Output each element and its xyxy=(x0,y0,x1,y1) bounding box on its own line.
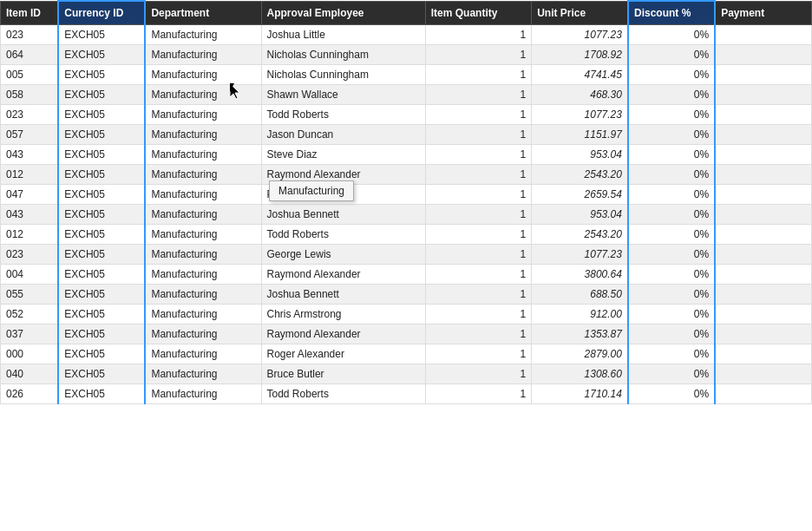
cell-payment xyxy=(715,205,811,225)
cell-discount: 0% xyxy=(628,225,715,245)
cell-payment xyxy=(715,145,811,165)
header-item-quantity[interactable]: Item Quantity xyxy=(425,1,531,25)
cell-item-id: 043 xyxy=(1,205,59,225)
cell-item-id: 005 xyxy=(1,65,59,85)
cell-discount: 0% xyxy=(628,384,715,404)
cell-approval-employee: Shawn Wallace xyxy=(261,85,425,105)
cell-currency-id: EXCH05 xyxy=(58,364,145,384)
cell-payment xyxy=(715,324,811,344)
cell-item-id: 052 xyxy=(1,305,59,324)
cell-unit-price: 2659.54 xyxy=(532,185,628,205)
cell-department: Manufacturing xyxy=(145,85,261,105)
cell-currency-id: EXCH05 xyxy=(58,305,145,324)
cell-item-id: 012 xyxy=(1,225,59,245)
cell-item-quantity: 1 xyxy=(425,324,531,344)
cell-item-id: 047 xyxy=(1,185,59,205)
cell-unit-price: 953.04 xyxy=(532,205,628,225)
cell-approval-employee: Jason Duncan xyxy=(261,125,425,145)
cell-payment xyxy=(715,245,811,265)
table-row: 026EXCH05ManufacturingTodd Roberts11710.… xyxy=(1,384,812,404)
cell-department: Manufacturing xyxy=(145,364,261,384)
cell-currency-id: EXCH05 xyxy=(58,145,145,165)
table-row: 043EXCH05ManufacturingJoshua Bennett1953… xyxy=(1,205,812,225)
table-row: 058EXCH05ManufacturingShawn Wallace1468.… xyxy=(1,85,812,105)
cell-approval-employee: Todd Roberts xyxy=(261,225,425,245)
cell-unit-price: 2879.00 xyxy=(532,344,628,364)
cell-unit-price: 2543.20 xyxy=(532,225,628,245)
table-row: 055EXCH05ManufacturingJoshua Bennett1688… xyxy=(1,285,812,305)
cell-item-quantity: 1 xyxy=(425,245,531,265)
header-unit-price[interactable]: Unit Price xyxy=(532,1,628,25)
cell-unit-price: 1077.23 xyxy=(532,105,628,125)
cell-currency-id: EXCH05 xyxy=(58,344,145,364)
cell-department: Manufacturing xyxy=(145,324,261,344)
cell-discount: 0% xyxy=(628,165,715,185)
cell-department: Manufacturing xyxy=(145,205,261,225)
cell-item-id: 055 xyxy=(1,285,59,305)
cell-item-quantity: 1 xyxy=(425,45,531,65)
cell-department: Manufacturing xyxy=(145,165,261,185)
cell-unit-price: 1077.23 xyxy=(532,25,628,45)
cell-approval-employee: Paul Holmes xyxy=(261,185,425,205)
cell-item-quantity: 1 xyxy=(425,344,531,364)
cell-payment xyxy=(715,305,811,324)
cell-item-id: 004 xyxy=(1,265,59,285)
cell-payment xyxy=(715,185,811,205)
table-row: 052EXCH05ManufacturingChris Armstrong191… xyxy=(1,305,812,324)
cell-item-id: 023 xyxy=(1,245,59,265)
cell-unit-price: 1151.97 xyxy=(532,125,628,145)
header-department[interactable]: Department xyxy=(145,1,261,25)
table-row: 064EXCH05ManufacturingNicholas Cunningha… xyxy=(1,45,812,65)
cell-unit-price: 3800.64 xyxy=(532,265,628,285)
cell-department: Manufacturing xyxy=(145,245,261,265)
cell-item-id: 040 xyxy=(1,364,59,384)
header-approval-employee[interactable]: Approval Employee xyxy=(261,1,425,25)
header-payment[interactable]: Payment xyxy=(715,1,811,25)
cell-item-id: 012 xyxy=(1,165,59,185)
cell-item-quantity: 1 xyxy=(425,205,531,225)
cell-item-quantity: 1 xyxy=(425,364,531,384)
cell-unit-price: 688.50 xyxy=(532,285,628,305)
cell-approval-employee: Nicholas Cunningham xyxy=(261,65,425,85)
cell-item-id: 023 xyxy=(1,25,59,45)
cell-payment xyxy=(715,344,811,364)
header-item-id[interactable]: Item ID xyxy=(1,1,59,25)
cell-discount: 0% xyxy=(628,65,715,85)
cell-payment xyxy=(715,105,811,125)
cell-payment xyxy=(715,125,811,145)
cell-unit-price: 1710.14 xyxy=(532,384,628,404)
cell-item-quantity: 1 xyxy=(425,165,531,185)
header-discount[interactable]: Discount % xyxy=(628,1,715,25)
table-row: 040EXCH05ManufacturingBruce Butler11308.… xyxy=(1,364,812,384)
cell-item-quantity: 1 xyxy=(425,65,531,85)
cell-department: Manufacturing xyxy=(145,265,261,285)
cell-payment xyxy=(715,225,811,245)
cell-item-id: 023 xyxy=(1,105,59,125)
cell-approval-employee: Nicholas Cunningham xyxy=(261,45,425,65)
cell-currency-id: EXCH05 xyxy=(58,25,145,45)
table-row: 005EXCH05ManufacturingNicholas Cunningha… xyxy=(1,65,812,85)
cell-currency-id: EXCH05 xyxy=(58,205,145,225)
cell-item-quantity: 1 xyxy=(425,185,531,205)
header-currency-id[interactable]: Currency ID xyxy=(58,1,145,25)
cell-discount: 0% xyxy=(628,344,715,364)
cell-unit-price: 912.00 xyxy=(532,305,628,324)
cell-discount: 0% xyxy=(628,285,715,305)
cell-department: Manufacturing xyxy=(145,285,261,305)
cell-discount: 0% xyxy=(628,185,715,205)
cell-currency-id: EXCH05 xyxy=(58,324,145,344)
cell-payment xyxy=(715,45,811,65)
cell-department: Manufacturing xyxy=(145,105,261,125)
cell-currency-id: EXCH05 xyxy=(58,125,145,145)
cell-item-quantity: 1 xyxy=(425,285,531,305)
table-row: 012EXCH05ManufacturingRaymond Alexander1… xyxy=(1,165,812,185)
cell-approval-employee: Roger Alexander xyxy=(261,344,425,364)
cell-department: Manufacturing xyxy=(145,305,261,324)
cell-department: Manufacturing xyxy=(145,384,261,404)
cell-discount: 0% xyxy=(628,364,715,384)
cell-unit-price: 468.30 xyxy=(532,85,628,105)
cell-discount: 0% xyxy=(628,85,715,105)
cell-approval-employee: Bruce Butler xyxy=(261,364,425,384)
cell-currency-id: EXCH05 xyxy=(58,105,145,125)
cell-currency-id: EXCH05 xyxy=(58,85,145,105)
